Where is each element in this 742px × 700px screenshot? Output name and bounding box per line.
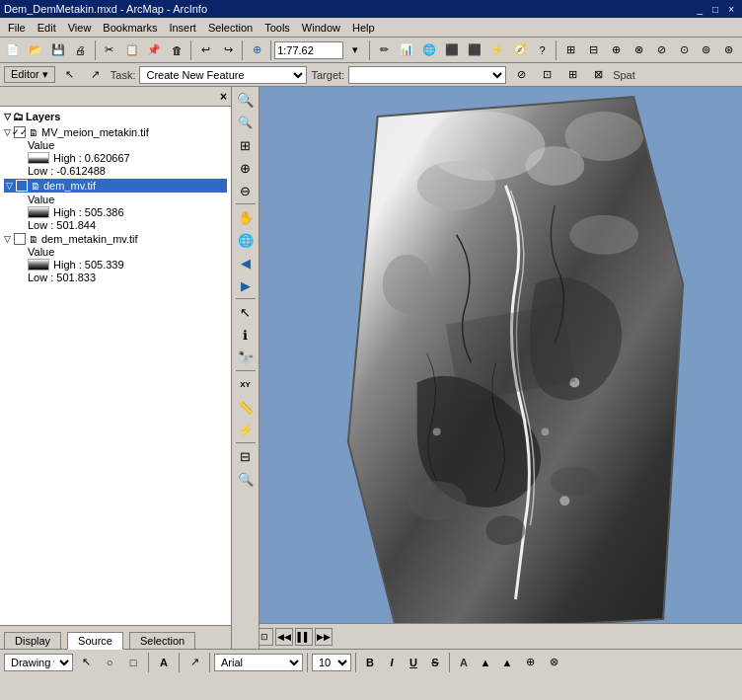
fixed-zoom-out-btn[interactable]: ⊖ (235, 180, 257, 201)
full-extent-btn[interactable]: ⊞ (235, 134, 257, 156)
draw-extra2[interactable]: ⊗ (543, 652, 564, 673)
fill-color-btn[interactable]: ▲ (476, 653, 495, 672)
snap-btn[interactable]: ⊘ (510, 64, 532, 86)
nav-btn[interactable]: 🧭 (509, 39, 531, 61)
info-btn[interactable]: ℹ (235, 324, 257, 346)
tool4[interactable]: ⊗ (628, 39, 649, 61)
print-btn[interactable]: 🖨 (70, 39, 92, 61)
forward-nav-btn[interactable]: ▶ (235, 274, 257, 296)
paste-btn[interactable]: 📌 (144, 39, 166, 61)
scale-dropdown[interactable]: ▾ (344, 39, 366, 61)
target-select[interactable] (348, 66, 506, 84)
zoom-out-tool[interactable]: ⬛ (464, 39, 485, 61)
tool7[interactable]: ⊚ (696, 39, 717, 61)
globe-nav-btn[interactable]: 🌐 (235, 229, 257, 251)
zoom-in-tool[interactable]: ⬛ (441, 39, 463, 61)
map-nav-rewind[interactable]: ◀◀ (275, 628, 293, 646)
layer-header-1[interactable]: ▽ ✓ 🗎 MV_meion_metakin.tif (4, 126, 227, 138)
menu-edit[interactable]: Edit (32, 20, 62, 36)
zoom-out-btn[interactable]: 🔍 (235, 112, 257, 133)
font-select[interactable]: Arial (214, 654, 303, 671)
font-color-btn[interactable]: A (454, 653, 474, 672)
back-nav-btn[interactable]: ◀ (235, 252, 257, 273)
editor-pointer[interactable]: ↖ (59, 64, 81, 86)
tool1[interactable]: ⊞ (559, 39, 581, 61)
more-btn[interactable]: ⊠ (587, 64, 609, 86)
draw-arrow-btn[interactable]: ↗ (184, 652, 205, 673)
close-btn[interactable]: × (724, 4, 738, 15)
tab-display[interactable]: Display (4, 632, 61, 649)
menu-selection[interactable]: Selection (202, 20, 259, 36)
underline-btn[interactable]: U (404, 653, 423, 672)
fixed-zoom-in-btn[interactable]: ⊕ (235, 157, 257, 179)
globe-btn[interactable]: 🌐 (418, 39, 440, 61)
save-btn[interactable]: 💾 (47, 39, 69, 61)
layer2-checkbox[interactable] (16, 180, 28, 192)
italic-btn[interactable]: I (382, 653, 402, 672)
menu-window[interactable]: Window (296, 20, 346, 36)
map-nav-pause[interactable]: ▌▌ (295, 628, 313, 646)
scale-input[interactable] (274, 41, 343, 59)
add-data-btn[interactable]: ⊕ (246, 39, 267, 61)
menu-bookmarks[interactable]: Bookmarks (97, 20, 163, 36)
draw-pointer-btn[interactable]: ↖ (75, 652, 97, 673)
open-btn[interactable]: 📂 (25, 39, 46, 61)
menu-help[interactable]: Help (346, 20, 381, 36)
task-select[interactable]: Create New Feature (139, 66, 307, 84)
tool3[interactable]: ⊕ (605, 39, 627, 61)
select-btn[interactable]: ↖ (235, 301, 257, 323)
copy-btn[interactable]: 📋 (121, 39, 143, 61)
undo-btn[interactable]: ↩ (194, 39, 216, 61)
menu-view[interactable]: View (62, 20, 98, 36)
overview-btn[interactable]: ⊟ (235, 445, 257, 467)
drawing-type-select[interactable]: Drawing ▾ (4, 654, 73, 671)
measure-btn[interactable]: 📏 (235, 396, 257, 418)
flasher-btn[interactable]: ⚡ (486, 39, 508, 61)
tab-source[interactable]: Source (67, 632, 123, 650)
tab-selection[interactable]: Selection (129, 632, 195, 649)
draw-circle-btn[interactable]: ○ (99, 652, 120, 673)
menu-insert[interactable]: Insert (163, 20, 202, 36)
draw-extra1[interactable]: ⊕ (519, 652, 541, 673)
layer1-checkbox[interactable]: ✓ (14, 126, 26, 138)
tool6[interactable]: ⊙ (673, 39, 695, 61)
bold-btn[interactable]: B (360, 653, 380, 672)
magnify2-btn[interactable]: 🔍 (235, 468, 257, 490)
cut-btn[interactable]: ✂ (99, 39, 120, 61)
layers-expand[interactable]: ▽ (4, 112, 11, 121)
zoom-in-btn[interactable]: 🔍 (235, 89, 257, 111)
layer-header-3[interactable]: ▽ 🗎 dem_metakin_mv.tif (4, 233, 227, 245)
font-size-select[interactable]: 10 (312, 654, 351, 671)
vertex-btn[interactable]: ⊡ (536, 64, 557, 86)
tool8[interactable]: ⊛ (718, 39, 740, 61)
tool5[interactable]: ⊘ (650, 39, 672, 61)
maximize-btn[interactable]: □ (708, 4, 722, 15)
strikethrough-btn[interactable]: S (425, 653, 445, 672)
lightning-btn[interactable]: ⚡ (235, 419, 257, 440)
layer3-expand[interactable]: ▽ (4, 234, 11, 244)
help-btn[interactable]: ? (532, 39, 554, 61)
topology-btn[interactable]: ⊞ (561, 64, 583, 86)
new-btn[interactable]: 📄 (2, 39, 24, 61)
delete-btn[interactable]: 🗑 (166, 39, 187, 61)
tool2[interactable]: ⊟ (582, 39, 604, 61)
draw-rect-btn[interactable]: □ (122, 652, 144, 673)
layer2-expand[interactable]: ▽ (6, 181, 13, 191)
map-image[interactable] (260, 87, 742, 649)
menu-tools[interactable]: Tools (259, 20, 296, 36)
pan-btn[interactable]: ✋ (235, 206, 257, 228)
menu-file[interactable]: File (2, 20, 32, 36)
draw-text-btn[interactable]: A (153, 652, 175, 673)
layer-btn[interactable]: 📊 (396, 39, 417, 61)
editor-arrow[interactable]: ↗ (85, 64, 107, 86)
line-color-btn[interactable]: ▲ (497, 653, 517, 672)
map-nav-forward-end[interactable]: ▶▶ (315, 628, 333, 646)
layer3-checkbox[interactable] (14, 233, 26, 245)
redo-btn[interactable]: ↪ (217, 39, 239, 61)
edit-vertices-btn[interactable]: ✏ (373, 39, 395, 61)
xy-btn[interactable]: XY (235, 373, 257, 395)
layer1-expand[interactable]: ▽ (4, 127, 11, 137)
panel-close-btn[interactable]: × (220, 90, 227, 104)
layers-group[interactable]: ▽ 🗂 Layers (4, 111, 227, 122)
editor-dropdown[interactable]: Editor ▾ (4, 66, 55, 83)
